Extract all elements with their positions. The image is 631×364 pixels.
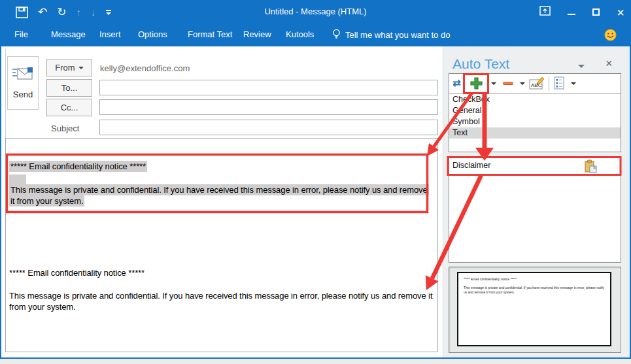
outlook-message-window: ↶ ↻ ↑ ↓ Untitled - Message (HTML) × File… — [0, 0, 631, 364]
customize-quick-access-toolbar-icon[interactable] — [106, 10, 111, 15]
tab-format-text[interactable]: Format Text — [188, 29, 232, 39]
add-entry-icon[interactable] — [469, 76, 483, 93]
window-controls: × — [539, 0, 624, 24]
titlebar: ↶ ↻ ↑ ↓ Untitled - Message (HTML) × — [0, 0, 631, 24]
move-up-icon[interactable]: ↑ — [77, 7, 82, 17]
group-item-general[interactable]: General — [449, 105, 621, 116]
cc-button[interactable]: Cc... — [46, 99, 92, 116]
pane-toolbar: ⇄ ABC — [449, 74, 621, 94]
subject-label: Subject — [51, 124, 79, 133]
preview-message-paragraph: This message is private and confidential… — [464, 286, 605, 295]
desktop-strip — [0, 359, 631, 364]
tab-file[interactable]: File — [14, 29, 28, 39]
cc-input[interactable] — [99, 99, 438, 115]
tab-insert[interactable]: Insert — [99, 29, 121, 39]
view-options-icon[interactable] — [554, 76, 565, 93]
to-input[interactable] — [99, 80, 438, 95]
move-down-icon[interactable]: ↓ — [91, 7, 96, 17]
tell-me-box[interactable]: Tell me what you want to do — [332, 29, 450, 41]
send-label: Send — [13, 90, 33, 99]
group-item-checkbox[interactable]: CheckBox — [449, 94, 621, 105]
feedback-smiley-icon[interactable] — [604, 29, 617, 44]
undo-icon[interactable]: ↶ — [38, 7, 47, 18]
group-item-text-selected[interactable]: Text — [449, 127, 621, 139]
chevron-down-icon — [78, 67, 84, 69]
pane-groups-box: ⇄ ABC — [449, 73, 621, 152]
send-envelope-icon — [12, 67, 34, 84]
tab-review[interactable]: Review — [243, 29, 271, 39]
ribbon-display-options-icon[interactable] — [539, 6, 551, 18]
pane-close-icon[interactable]: × — [605, 58, 613, 69]
redo-icon[interactable]: ↻ — [57, 7, 66, 18]
preview-document: ***** Email confidentiality notice *****… — [457, 272, 611, 346]
pane-menu-caret-icon[interactable] — [578, 65, 585, 68]
tab-options[interactable]: Options — [138, 29, 167, 39]
selected-notice-line: ***** Email confidentiality notice ***** — [9, 161, 147, 172]
from-label: From — [55, 63, 75, 73]
plain-message-paragraph: This message is private and confidential… — [9, 290, 433, 312]
toolbar-separator — [549, 76, 549, 91]
pane-title: Auto Text — [452, 56, 509, 72]
paste-icon[interactable] — [583, 159, 598, 176]
send-button[interactable]: Send — [7, 56, 39, 110]
lightbulb-icon — [332, 29, 341, 41]
plain-notice-line: ***** Email confidentiality notice ***** — [9, 267, 145, 278]
pane-preview-box: ***** Email confidentiality notice *****… — [449, 267, 621, 353]
group-list: CheckBox General Symbol Text — [449, 94, 621, 139]
from-address-value: kelly@extendoffice.com — [100, 63, 190, 73]
view-dropdown-icon[interactable] — [571, 82, 576, 85]
ribbon-tab-row — [0, 24, 631, 46]
subject-input[interactable] — [99, 120, 438, 135]
from-button[interactable]: From — [46, 59, 92, 76]
window-title: Untitled - Message (HTML) — [264, 7, 366, 16]
preview-notice-line: ***** Email confidentiality notice ***** — [464, 277, 605, 282]
close-icon[interactable]: × — [617, 6, 624, 19]
add-dropdown-icon[interactable] — [491, 82, 496, 85]
compose-left-divider — [5, 49, 6, 138]
maximize-icon[interactable] — [592, 8, 600, 16]
remove-entry-icon[interactable] — [503, 82, 513, 85]
to-label: To... — [61, 83, 78, 93]
tab-kutools[interactable]: Kutools — [286, 29, 314, 39]
refresh-icon[interactable]: ⇄ — [452, 77, 461, 89]
rename-icon[interactable]: ABC — [529, 76, 545, 93]
remove-dropdown-icon[interactable] — [520, 82, 525, 85]
entry-row-disclaimer[interactable]: Disclaimer — [449, 157, 621, 174]
cc-label: Cc... — [61, 103, 78, 112]
save-icon[interactable] — [16, 7, 28, 18]
quick-access-toolbar: ↶ ↻ ↑ ↓ — [16, 0, 111, 24]
tell-me-label: Tell me what you want to do — [345, 30, 450, 40]
to-button[interactable]: To... — [46, 79, 92, 97]
group-item-symbol[interactable]: Symbol — [449, 116, 621, 127]
selected-empty-line — [9, 174, 26, 184]
minimize-icon[interactable] — [568, 14, 575, 15]
pane-entries-box: Disclaimer — [449, 157, 621, 263]
entry-label: Disclaimer — [452, 161, 490, 170]
tab-message[interactable]: Message — [51, 29, 86, 39]
selected-message-paragraph: This message is private and confidential… — [9, 184, 433, 207]
